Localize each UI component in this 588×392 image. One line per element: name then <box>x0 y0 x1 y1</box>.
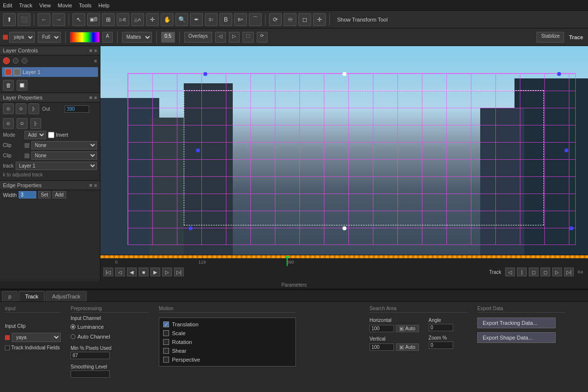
luminance-radio[interactable] <box>71 324 75 329</box>
tc-prev-frame[interactable]: ◁ <box>115 268 125 276</box>
lp-close-icon[interactable]: ✕ <box>89 95 93 100</box>
panel-icon-close[interactable]: ✕ <box>89 48 93 53</box>
auto-channel-radio[interactable] <box>71 334 75 339</box>
tool-infinity[interactable]: ♾ <box>284 13 296 26</box>
tab-adjust-track[interactable]: AdjustTrack <box>46 291 87 301</box>
horizontal-input[interactable] <box>369 325 394 332</box>
menu-item-movie[interactable]: Movie <box>58 2 72 8</box>
tc-track3[interactable]: ◻ <box>529 268 539 276</box>
solo-button[interactable] <box>3 57 10 64</box>
tc-track1[interactable]: ◁ <box>505 268 515 276</box>
overlay-left[interactable]: ◁ <box>215 32 226 43</box>
knob2[interactable]: ⊙ <box>17 118 27 129</box>
tool-select-c[interactable]: ⊞ <box>102 13 115 26</box>
export-shape-btn[interactable]: Export Shape Data... <box>477 332 556 343</box>
tool-curve[interactable]: ⌒ <box>249 13 262 26</box>
tc-stop[interactable]: ■ <box>139 268 148 276</box>
mattes-select[interactable]: Mattes <box>122 32 152 43</box>
tool-rect[interactable]: ◻ <box>298 13 311 26</box>
translation-checkbox[interactable]: ✓ <box>163 321 169 327</box>
input-clip-select[interactable]: yaya <box>12 333 61 342</box>
composition-selector[interactable]: yaya <box>3 32 35 43</box>
set-button[interactable]: Set <box>38 191 50 198</box>
tool-select-b[interactable]: ▣B <box>87 13 100 26</box>
tool-select[interactable]: ↖ <box>73 13 85 26</box>
knob3[interactable]: ]- <box>30 118 41 129</box>
tool-forward[interactable]: → <box>52 13 65 26</box>
tool-pen[interactable]: ✒ <box>190 13 203 26</box>
overlays-button[interactable]: Overlays <box>184 32 212 43</box>
tc-track2[interactable]: | <box>517 268 527 276</box>
keyframe-btn1[interactable]: ⊙ <box>3 103 14 114</box>
tc-play-rev[interactable]: ◀ <box>127 268 137 276</box>
invert-checkbox[interactable] <box>48 132 54 138</box>
tool-move[interactable]: ✛ <box>313 13 326 26</box>
tool-zoom[interactable]: 🔍 <box>175 13 188 26</box>
motion-perspective[interactable]: Perspective <box>159 355 295 364</box>
tool-export[interactable]: ⬛ <box>18 13 30 26</box>
video-canvas[interactable] <box>100 46 588 255</box>
delete-layer-btn[interactable]: 🗑 <box>3 80 14 91</box>
shear-checkbox[interactable] <box>163 348 169 354</box>
width-input[interactable] <box>19 191 36 198</box>
lock-button[interactable] <box>22 58 27 64</box>
tc-track4[interactable]: ◻ <box>540 268 550 276</box>
vertical-auto-btn[interactable]: ✕ Auto <box>396 343 419 351</box>
opacity-btn[interactable]: 0.5 <box>161 32 175 43</box>
ep-close-icon[interactable]: ✕ <box>89 183 93 188</box>
menu-item-track[interactable]: Track <box>19 2 32 8</box>
tool-bplus[interactable]: B+ <box>234 13 247 26</box>
rotation-checkbox[interactable] <box>163 339 169 345</box>
tool-b[interactable]: B <box>220 13 232 26</box>
ep-menu-icon[interactable]: ≡ <box>94 183 97 188</box>
tool-rotate[interactable]: ⟳ <box>269 13 282 26</box>
angle-input[interactable] <box>429 324 453 331</box>
tc-skip-end[interactable]: ▷| <box>174 268 184 276</box>
vertical-input[interactable] <box>369 343 394 351</box>
tc-next-frame[interactable]: ▷ <box>162 268 172 276</box>
overlay-icon2[interactable]: ⟳ <box>257 32 268 43</box>
lp-menu-icon[interactable]: ≡ <box>94 95 97 100</box>
motion-scale[interactable]: Scale <box>159 329 295 338</box>
track-select[interactable]: Layer 1 <box>16 162 97 170</box>
menu-item-help[interactable]: Help <box>98 2 110 8</box>
horizontal-auto-btn[interactable]: ✕ Auto <box>396 325 419 332</box>
stabilize-button[interactable]: Stabilize <box>537 32 564 43</box>
perspective-checkbox[interactable] <box>163 357 169 363</box>
zoom-input[interactable] <box>429 342 453 349</box>
keyframe-btn2[interactable]: ⊙ <box>16 103 26 114</box>
menu-item-tools[interactable]: Tools <box>79 2 92 8</box>
tool-s[interactable]: S↑ <box>205 13 218 26</box>
overlay-right[interactable]: ▷ <box>229 32 240 43</box>
tc-play[interactable]: ▶ <box>150 268 160 276</box>
tab-track[interactable]: Track <box>19 291 45 301</box>
motion-translation[interactable]: ✓ Translation <box>159 320 295 329</box>
vis-button[interactable] <box>13 58 19 64</box>
composition-select[interactable]: yaya <box>9 32 35 43</box>
tool-back[interactable]: ← <box>38 13 50 26</box>
clip-select-2[interactable]: None <box>31 151 97 160</box>
layer-menu-icon[interactable]: ≡ <box>94 58 97 64</box>
a-button[interactable]: A <box>102 32 113 43</box>
tc-skip-start[interactable]: |◁ <box>103 268 113 276</box>
keyframe-btn3[interactable]: ]- <box>28 103 39 114</box>
tool-add[interactable]: ✛ <box>146 13 159 26</box>
menu-item-view[interactable]: View <box>39 2 51 8</box>
tool-select-d[interactable]: ▷E <box>117 13 129 26</box>
scale-checkbox[interactable] <box>163 330 169 336</box>
min-pixels-input[interactable] <box>71 352 110 359</box>
out-input[interactable] <box>65 105 89 113</box>
add-button[interactable]: Add <box>52 191 66 198</box>
tc-track6[interactable]: ▷| <box>564 268 574 276</box>
tab-p[interactable]: p <box>2 291 18 301</box>
quality-select[interactable]: Full <box>38 32 61 43</box>
playhead[interactable] <box>287 258 288 266</box>
tool-import[interactable]: ⬆ <box>3 13 16 26</box>
tc-track5[interactable]: ▷ <box>552 268 562 276</box>
overlay-icon[interactable]: ⬚ <box>243 32 254 43</box>
export-tracking-btn[interactable]: Export Tracking Data... <box>477 318 556 328</box>
track-individual-checkbox[interactable] <box>5 345 10 350</box>
knob1[interactable]: ⊙ <box>3 118 14 129</box>
menu-item-edit[interactable]: Edit <box>3 2 12 8</box>
smoothing-input[interactable] <box>71 370 110 378</box>
